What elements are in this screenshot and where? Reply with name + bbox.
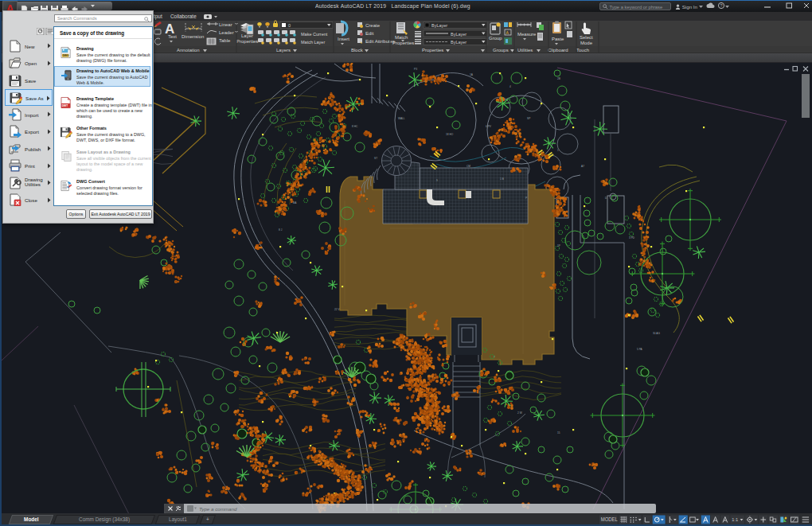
svg-text:Properties: Properties — [236, 39, 258, 44]
svg-text:DWT: DWT — [62, 104, 69, 107]
svg-text:1: 1 — [557, 149, 559, 152]
svg-text:Table: Table — [219, 38, 231, 43]
svg-text:30 AG: 30 AG — [653, 332, 660, 335]
svg-text:6 PV: 6 PV — [486, 125, 492, 128]
svg-text:Insert: Insert — [338, 37, 349, 41]
svg-text:P: P — [525, 197, 527, 200]
svg-text:Create: Create — [365, 23, 381, 28]
svg-text:Match: Match — [395, 35, 408, 40]
svg-text:22 V: 22 V — [334, 308, 340, 311]
svg-text:Properties: Properties — [392, 41, 414, 45]
svg-text:Make Current: Make Current — [301, 32, 328, 37]
svg-text:Linear: Linear — [219, 22, 232, 27]
svg-text:Mode: Mode — [580, 41, 593, 45]
svg-text:1:1: 1:1 — [732, 517, 738, 522]
svg-text:5 PA: 5 PA — [637, 348, 643, 351]
svg-text:15: 15 — [557, 431, 560, 434]
svg-text:Leader: Leader — [219, 30, 234, 35]
svg-text:CM: CM — [467, 165, 470, 168]
svg-text:1P: 1P — [557, 244, 560, 247]
svg-text:Layer: Layer — [241, 33, 253, 38]
svg-text:7: 7 — [494, 356, 495, 359]
svg-text:DWG: DWG — [62, 54, 69, 57]
svg-text:2 W: 2 W — [517, 411, 522, 415]
svg-text:WALL: WALL — [398, 117, 405, 120]
svg-text:18 HO: 18 HO — [446, 133, 454, 136]
svg-text:4: 4 — [509, 85, 511, 88]
svg-text:ST: ST — [374, 157, 377, 160]
svg-text:MODEL: MODEL — [601, 516, 619, 522]
svg-text:0: 0 — [288, 23, 291, 28]
svg-text:Group: Group — [489, 36, 502, 41]
svg-text:Measure: Measure — [517, 32, 537, 37]
svg-text:ByLayer: ByLayer — [451, 32, 467, 37]
svg-text:1 B: 1 B — [500, 177, 504, 181]
svg-text:Match Layer: Match Layer — [301, 40, 325, 45]
svg-text:Edit: Edit — [365, 31, 374, 36]
svg-text:?: ? — [720, 3, 722, 8]
svg-text:Paste: Paste — [552, 37, 564, 41]
svg-text:A: A — [506, 30, 509, 35]
svg-text:Dimension: Dimension — [182, 34, 204, 39]
svg-text:ByLayer: ByLayer — [451, 40, 467, 45]
svg-text:9: 9 — [436, 179, 438, 182]
svg-text:3 PD: 3 PD — [629, 236, 635, 240]
svg-text:8 J: 8 J — [279, 228, 283, 232]
svg-text:A7: A7 — [581, 165, 584, 168]
svg-text:Select: Select — [580, 35, 593, 40]
svg-text:Text: Text — [168, 34, 177, 39]
svg-text:SP: SP — [527, 117, 530, 120]
svg-text:P3: P3 — [414, 68, 417, 71]
svg-text:8 HC: 8 HC — [352, 125, 358, 128]
svg-text:2B: 2B — [557, 77, 560, 80]
svg-text:ByLayer: ByLayer — [431, 23, 447, 28]
